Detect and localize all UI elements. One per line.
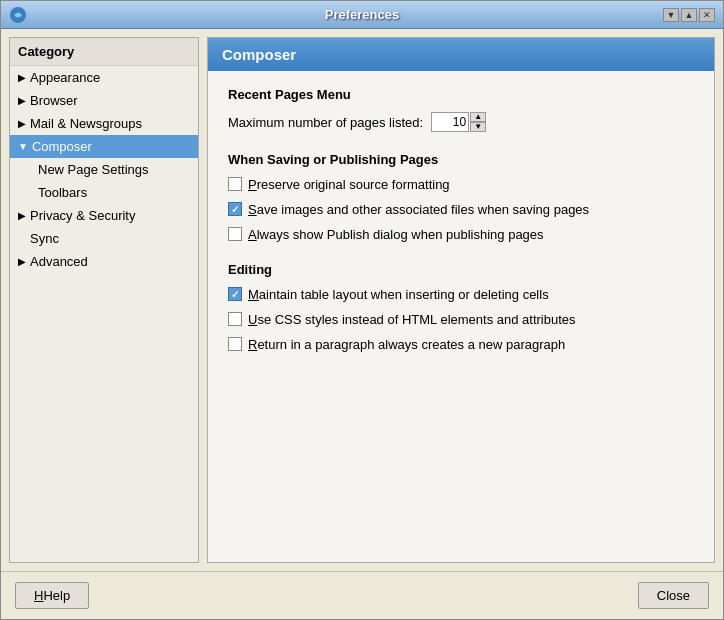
return-paragraph-label: Return in a paragraph always creates a n… (248, 337, 565, 352)
arrow-icon: ▶ (18, 256, 26, 267)
main-content: Category ▶ Appearance ▶ Browser ▶ Mail &… (1, 29, 723, 571)
footer: HHelp Close (1, 571, 723, 619)
window-controls: ▼ ▲ ✕ (663, 8, 715, 22)
window-title: Preferences (325, 7, 399, 22)
preferences-window: Preferences ▼ ▲ ✕ Category ▶ Appearance … (0, 0, 724, 620)
max-pages-row: Maximum number of pages listed: ▲ ▼ (228, 112, 694, 132)
panel-body: Recent Pages Menu Maximum number of page… (208, 71, 714, 562)
arrow-icon: ▶ (18, 72, 26, 83)
help-button[interactable]: HHelp (15, 582, 89, 609)
spinner-buttons: ▲ ▼ (470, 112, 486, 132)
arrow-icon: ▶ (18, 210, 26, 221)
preserve-source-checkbox[interactable] (228, 177, 242, 191)
save-images-checkbox[interactable] (228, 202, 242, 216)
arrow-icon: ▶ (18, 95, 26, 106)
minimize-button[interactable]: ▼ (663, 8, 679, 22)
sidebar-item-label: Composer (32, 139, 92, 154)
recent-pages-title: Recent Pages Menu (228, 87, 694, 102)
arrow-icon: ▶ (18, 118, 26, 129)
sidebar-item-label: Mail & Newsgroups (30, 116, 142, 131)
sidebar-item-appearance[interactable]: ▶ Appearance (10, 66, 198, 89)
save-images-row: Save images and other associated files w… (228, 202, 694, 217)
always-publish-checkbox[interactable] (228, 227, 242, 241)
sidebar-item-new-page-settings[interactable]: New Page Settings (10, 158, 198, 181)
sidebar-item-label: Appearance (30, 70, 100, 85)
preserve-source-label: Preserve original source formatting (248, 177, 450, 192)
sidebar-item-mail-newsgroups[interactable]: ▶ Mail & Newsgroups (10, 112, 198, 135)
sidebar: Category ▶ Appearance ▶ Browser ▶ Mail &… (9, 37, 199, 563)
close-button[interactable]: ✕ (699, 8, 715, 22)
titlebar-left (9, 6, 27, 24)
use-css-label: Use CSS styles instead of HTML elements … (248, 312, 576, 327)
sidebar-item-toolbars[interactable]: Toolbars (10, 181, 198, 204)
maximize-button[interactable]: ▲ (681, 8, 697, 22)
maintain-table-checkbox[interactable] (228, 287, 242, 301)
sidebar-item-browser[interactable]: ▶ Browser (10, 89, 198, 112)
return-paragraph-row: Return in a paragraph always creates a n… (228, 337, 694, 352)
return-paragraph-checkbox[interactable] (228, 337, 242, 351)
arrow-icon: ▼ (18, 141, 28, 152)
sidebar-item-label: Browser (30, 93, 78, 108)
app-icon (9, 6, 27, 24)
saving-section: When Saving or Publishing Pages Preserve… (228, 152, 694, 242)
always-publish-row: Always show Publish dialog when publishi… (228, 227, 694, 242)
sidebar-item-sync[interactable]: ▶ Sync (10, 227, 198, 250)
maintain-table-label: Maintain table layout when inserting or … (248, 287, 549, 302)
sidebar-header: Category (10, 38, 198, 66)
use-css-row: Use CSS styles instead of HTML elements … (228, 312, 694, 327)
sidebar-item-label: New Page Settings (38, 162, 149, 177)
spinner-up-button[interactable]: ▲ (470, 112, 486, 122)
sidebar-item-label: Sync (30, 231, 59, 246)
panel-header: Composer (208, 38, 714, 71)
titlebar: Preferences ▼ ▲ ✕ (1, 1, 723, 29)
always-publish-label: Always show Publish dialog when publishi… (248, 227, 544, 242)
spinner-down-button[interactable]: ▼ (470, 122, 486, 132)
sidebar-item-composer[interactable]: ▼ Composer (10, 135, 198, 158)
close-button[interactable]: Close (638, 582, 709, 609)
max-pages-input[interactable] (431, 112, 469, 132)
sidebar-item-advanced[interactable]: ▶ Advanced (10, 250, 198, 273)
maintain-table-row: Maintain table layout when inserting or … (228, 287, 694, 302)
sidebar-item-label: Toolbars (38, 185, 87, 200)
max-pages-label: Maximum number of pages listed: (228, 115, 423, 130)
recent-pages-section: Recent Pages Menu Maximum number of page… (228, 87, 694, 132)
spinner-container: ▲ ▼ (431, 112, 486, 132)
sidebar-item-label: Advanced (30, 254, 88, 269)
right-panel: Composer Recent Pages Menu Maximum numbe… (207, 37, 715, 563)
save-images-label: Save images and other associated files w… (248, 202, 589, 217)
editing-title: Editing (228, 262, 694, 277)
sidebar-item-label: Privacy & Security (30, 208, 135, 223)
preserve-source-row: Preserve original source formatting (228, 177, 694, 192)
use-css-checkbox[interactable] (228, 312, 242, 326)
saving-title: When Saving or Publishing Pages (228, 152, 694, 167)
sidebar-item-privacy-security[interactable]: ▶ Privacy & Security (10, 204, 198, 227)
editing-section: Editing Maintain table layout when inser… (228, 262, 694, 352)
